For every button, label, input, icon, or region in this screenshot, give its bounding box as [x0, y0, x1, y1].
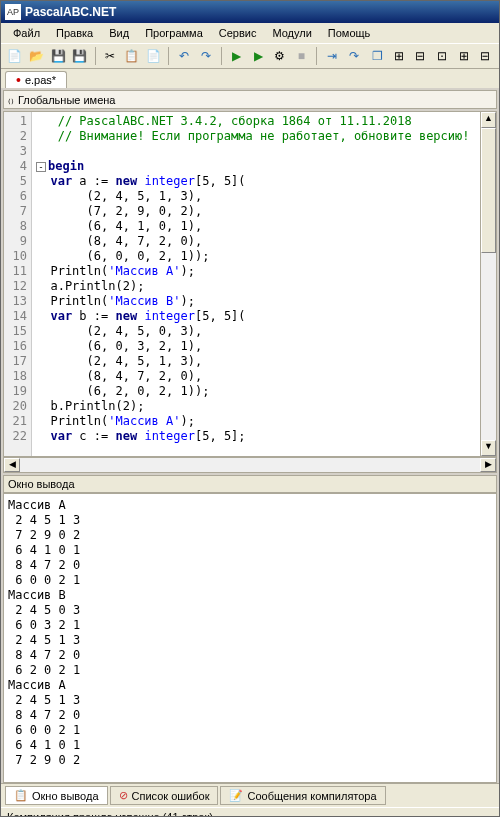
menu-edit[interactable]: Правка: [48, 25, 101, 41]
toolbar-icon-2[interactable]: ⊟: [411, 46, 431, 66]
code-line[interactable]: Println('Массив A');: [36, 264, 476, 279]
scroll-track[interactable]: [481, 128, 496, 440]
code-content[interactable]: // PascalABC.NET 3.4.2, сборка 1864 от 1…: [32, 112, 480, 456]
code-line[interactable]: [36, 144, 476, 159]
code-line[interactable]: Println('Массив B');: [36, 294, 476, 309]
code-line[interactable]: (6, 4, 1, 0, 1),: [36, 219, 476, 234]
vertical-scrollbar[interactable]: ▲ ▼: [480, 112, 496, 456]
menu-modules[interactable]: Модули: [264, 25, 319, 41]
output-header: Окно вывода: [3, 475, 497, 493]
scroll-thumb[interactable]: [481, 128, 496, 253]
scroll-track-h[interactable]: [20, 458, 480, 472]
scroll-up-button[interactable]: ▲: [481, 112, 496, 128]
output-area[interactable]: Массив A 2 4 5 1 3 7 2 9 0 2 6 4 1 0 1 8…: [3, 493, 497, 783]
save-file-icon[interactable]: 💾: [48, 46, 68, 66]
code-editor[interactable]: 12345678910111213141516171819202122 // P…: [3, 111, 497, 457]
run-icon[interactable]: ▶: [227, 46, 247, 66]
names-bar[interactable]: ₍₎ Глобальные имена: [3, 90, 497, 109]
toolbar-separator: [221, 47, 222, 65]
open-file-icon[interactable]: 📂: [27, 46, 47, 66]
code-line[interactable]: (6, 0, 0, 2, 1));: [36, 249, 476, 264]
horizontal-scrollbar[interactable]: ◀ ▶: [3, 457, 497, 473]
statusbar: Компиляция прошла успешно (41 строк): [1, 807, 499, 817]
app-icon: AP: [5, 4, 21, 20]
tab-compiler-label: Сообщения компилятора: [247, 790, 376, 802]
code-line[interactable]: -begin: [36, 159, 476, 174]
code-line[interactable]: var b := new integer[5, 5](: [36, 309, 476, 324]
menu-help[interactable]: Помощь: [320, 25, 379, 41]
toolbar-separator: [95, 47, 96, 65]
toolbar-separator: [168, 47, 169, 65]
scroll-down-button[interactable]: ▼: [481, 440, 496, 456]
output-tab-icon: 📋: [14, 789, 28, 802]
window-icon[interactable]: ❐: [367, 46, 387, 66]
toolbar-icon-5[interactable]: ⊟: [475, 46, 495, 66]
tab-output-label: Окно вывода: [32, 790, 99, 802]
menu-file[interactable]: Файл: [5, 25, 48, 41]
code-line[interactable]: (6, 0, 3, 2, 1),: [36, 339, 476, 354]
code-line[interactable]: (2, 4, 5, 1, 3),: [36, 189, 476, 204]
code-line[interactable]: // Внимание! Если программа не работает,…: [36, 129, 476, 144]
save-all-icon[interactable]: 💾: [70, 46, 90, 66]
code-line[interactable]: var c := new integer[5, 5];: [36, 429, 476, 444]
menubar: Файл Правка Вид Программа Сервис Модули …: [1, 23, 499, 43]
code-line[interactable]: // PascalABC.NET 3.4.2, сборка 1864 от 1…: [36, 114, 476, 129]
titlebar-text: PascalABC.NET: [25, 5, 116, 19]
code-line[interactable]: (2, 4, 5, 1, 3),: [36, 354, 476, 369]
braces-icon: ₍₎: [8, 93, 14, 106]
tab-errors-label: Список ошибок: [132, 790, 210, 802]
code-line[interactable]: (6, 2, 0, 2, 1));: [36, 384, 476, 399]
scroll-right-button[interactable]: ▶: [480, 458, 496, 472]
tab-compiler[interactable]: 📝 Сообщения компилятора: [220, 786, 385, 805]
step-into-icon[interactable]: ⇥: [322, 46, 342, 66]
menu-service[interactable]: Сервис: [211, 25, 265, 41]
code-line[interactable]: (8, 4, 7, 2, 0),: [36, 234, 476, 249]
code-line[interactable]: b.Println(2);: [36, 399, 476, 414]
tab-output[interactable]: 📋 Окно вывода: [5, 786, 108, 805]
tab-errors[interactable]: ⊘ Список ошибок: [110, 786, 219, 805]
titlebar: AP PascalABC.NET: [1, 1, 499, 23]
scroll-left-button[interactable]: ◀: [4, 458, 20, 472]
toolbar-icon-1[interactable]: ⊞: [389, 46, 409, 66]
bottom-tabs: 📋 Окно вывода ⊘ Список ошибок 📝 Сообщени…: [1, 783, 499, 807]
undo-icon[interactable]: ↶: [174, 46, 194, 66]
stop-icon[interactable]: ■: [291, 46, 311, 66]
toolbar-icon-3[interactable]: ⊡: [432, 46, 452, 66]
toolbar-separator: [316, 47, 317, 65]
modified-dot-icon: •: [16, 76, 21, 84]
paste-icon[interactable]: 📄: [144, 46, 164, 66]
errors-tab-icon: ⊘: [119, 789, 128, 802]
step-over-icon[interactable]: ↷: [344, 46, 364, 66]
output-header-label: Окно вывода: [8, 478, 75, 490]
new-file-icon[interactable]: 📄: [5, 46, 25, 66]
code-line[interactable]: Println('Массив A');: [36, 414, 476, 429]
code-line[interactable]: a.Println(2);: [36, 279, 476, 294]
cut-icon[interactable]: ✂: [100, 46, 120, 66]
menu-program[interactable]: Программа: [137, 25, 211, 41]
code-line[interactable]: (8, 4, 7, 2, 0),: [36, 369, 476, 384]
toolbar: 📄 📂 💾 💾 ✂ 📋 📄 ↶ ↷ ▶ ▶ ⚙ ■ ⇥ ↷ ❐ ⊞ ⊟ ⊡ ⊞ …: [1, 43, 499, 69]
code-line[interactable]: (7, 2, 9, 0, 2),: [36, 204, 476, 219]
menu-view[interactable]: Вид: [101, 25, 137, 41]
code-line[interactable]: (2, 4, 5, 0, 3),: [36, 324, 476, 339]
compile-icon[interactable]: ⚙: [270, 46, 290, 66]
line-gutter: 12345678910111213141516171819202122: [4, 112, 32, 456]
tab-label: e.pas*: [25, 74, 56, 86]
status-text: Компиляция прошла успешно (41 строк): [7, 811, 213, 817]
file-tabs: • e.pas*: [1, 69, 499, 88]
compiler-tab-icon: 📝: [229, 789, 243, 802]
fold-minus-icon[interactable]: -: [36, 162, 46, 172]
code-line[interactable]: var a := new integer[5, 5](: [36, 174, 476, 189]
names-bar-label: Глобальные имена: [18, 94, 116, 106]
run-debug-icon[interactable]: ▶: [248, 46, 268, 66]
redo-icon[interactable]: ↷: [196, 46, 216, 66]
toolbar-icon-4[interactable]: ⊞: [454, 46, 474, 66]
copy-icon[interactable]: 📋: [122, 46, 142, 66]
tab-file[interactable]: • e.pas*: [5, 71, 67, 88]
